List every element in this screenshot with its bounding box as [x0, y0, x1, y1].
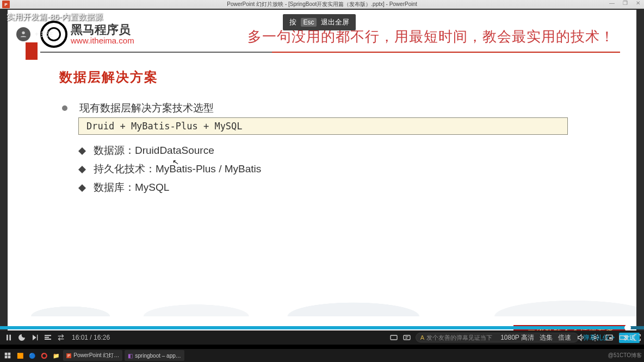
decorative-clouds [8, 291, 636, 316]
esc-press-label: 按 [289, 17, 296, 27]
settings-icon[interactable] [591, 333, 599, 342]
taskbar-item[interactable]: ◧ springboot – app… [125, 350, 184, 361]
edge-icon[interactable]: 🔵 [27, 350, 37, 361]
next-button[interactable] [30, 333, 39, 342]
play-pause-button[interactable] [4, 333, 13, 342]
progress-bar[interactable] [0, 326, 644, 329]
powerpoint-app-icon: P [2, 1, 10, 8]
diamond-icon [78, 143, 86, 151]
header-divider [40, 52, 620, 53]
esc-hint: 按 Esc 退出全屏 [283, 14, 356, 30]
fullscreen-icon[interactable] [633, 333, 642, 342]
window-title: PowerPoint 幻灯片放映 - [SpringBoot开发实用篇（发布版）… [227, 1, 417, 8]
brand-name: 黑马程序员 [71, 23, 134, 36]
follow-row: + 关注 [15, 26, 53, 42]
diamond-list: 数据源：DruidDataSource 持久化技术：MyBatis-Plus /… [78, 143, 261, 195]
video-title: 实用开发篇-86-内置数据源 [7, 12, 103, 22]
bullet-main-text: 现有数据层解决方案技术选型 [79, 101, 214, 115]
powerpoint-icon: P [66, 353, 71, 358]
svg-rect-6 [620, 336, 627, 340]
svg-rect-2 [404, 335, 410, 340]
taskbar-item-label: springboot – app… [135, 353, 181, 359]
brand-block: 黑马程序员 www.itheima.com [40, 21, 134, 48]
quality-selector[interactable]: 1080P 高清 [500, 333, 534, 342]
code-box: Druid + MyBatis-Plus + MySQL [78, 117, 568, 135]
slide-heading: 数据层解决方案 [59, 68, 158, 86]
svg-point-3 [594, 336, 596, 339]
person-icon [19, 30, 28, 39]
list-item: 持久化技术：MyBatis-Plus / MyBatis [78, 162, 261, 176]
loop-icon[interactable] [57, 333, 65, 342]
watermark: @51CTO博客 [608, 352, 642, 359]
list-item-text: 数据源：DruidDataSource [94, 143, 214, 158]
esc-key-icon: Esc [301, 18, 316, 27]
danmaku-settings-icon[interactable] [403, 333, 411, 342]
wide-icon[interactable] [619, 333, 628, 342]
list-item-text: 数据库：MySQL [94, 180, 169, 195]
pip-icon[interactable] [605, 333, 614, 342]
moon-icon[interactable] [17, 333, 26, 342]
chrome-icon[interactable]: ⭕ [39, 350, 49, 361]
bullet-main: 现有数据层解决方案技术选型 [62, 101, 214, 115]
played-fill [0, 326, 624, 329]
windows-icon [4, 352, 11, 359]
close-button[interactable]: ✕ [634, 0, 642, 6]
slideshow-area: 黑马程序员 www.itheima.com 多一句没用的都不行，用最短时间，教会… [0, 9, 644, 338]
windows-taskbar: 🟧 🔵 ⭕ 📁 P PowerPoint 幻灯… ◧ springboot – … [0, 349, 644, 362]
danmaku-toggle-icon[interactable] [389, 333, 398, 342]
danmaku-list-icon[interactable] [44, 333, 52, 342]
time-display: 16:01 / 16:26 [72, 334, 110, 341]
svg-point-0 [22, 32, 24, 34]
list-item: 数据库：MySQL [78, 180, 261, 195]
svg-rect-1 [391, 335, 397, 340]
explorer-icon[interactable]: 📁 [51, 350, 61, 361]
danmaku-placeholder: 发个友善的弹幕见证当下 [426, 334, 492, 342]
maximize-button[interactable]: ❐ [621, 0, 629, 6]
bullet-dot-icon [62, 105, 67, 111]
follow-button[interactable]: + 关注 [35, 30, 53, 39]
brand-url: www.itheima.com [71, 36, 134, 46]
start-button[interactable] [2, 350, 13, 361]
taskbar-item-label: PowerPoint 幻灯… [73, 352, 119, 359]
task-icon[interactable]: 🟧 [15, 350, 25, 361]
minimize-button[interactable]: — [608, 0, 616, 6]
svg-rect-5 [609, 337, 612, 339]
uploader-avatar[interactable] [15, 26, 32, 42]
esc-exit-label: 退出全屏 [321, 17, 349, 27]
diamond-icon [78, 180, 86, 188]
episode-selector[interactable]: 选集 [540, 333, 553, 342]
intellij-icon: ◧ [128, 353, 133, 359]
list-item: 数据源：DruidDataSource [78, 143, 261, 158]
volume-icon[interactable] [577, 333, 585, 342]
ppt-titlebar: P PowerPoint 幻灯片放映 - [SpringBoot开发实用篇（发布… [0, 0, 644, 9]
slide: 黑马程序员 www.itheima.com 多一句没用的都不行，用最短时间，教会… [8, 10, 636, 337]
player-right-controls: 1080P 高清 选集 倍速 [500, 330, 642, 345]
mouse-cursor-icon: ↖ [172, 157, 180, 167]
speed-selector[interactable]: 倍速 [558, 333, 571, 342]
accent-square [26, 42, 38, 60]
diamond-icon [78, 162, 86, 170]
taskbar-item[interactable]: P PowerPoint 幻灯… [63, 350, 122, 361]
